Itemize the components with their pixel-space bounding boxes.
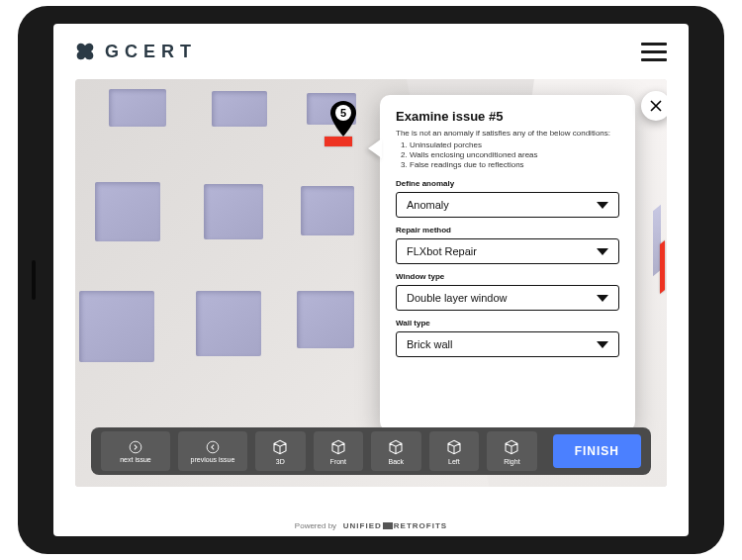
window: [109, 89, 166, 127]
window-type-select[interactable]: Double layer window: [396, 285, 619, 311]
tool-label: Front: [330, 458, 346, 465]
view-back-button[interactable]: Back: [371, 431, 421, 471]
window: [79, 291, 154, 362]
tool-label: Left: [448, 458, 460, 465]
previous-issue-button[interactable]: previous issue: [178, 431, 247, 471]
window: [297, 291, 354, 348]
window: [212, 91, 267, 127]
repair-method-select[interactable]: FLXbot Repair: [396, 238, 619, 264]
tool-label: Right: [504, 458, 519, 465]
condition-list: Uninsulated porches Walls enclosing unco…: [396, 140, 619, 169]
cube-icon: [387, 438, 405, 456]
chevron-down-icon: [597, 295, 608, 302]
select-value: FLXbot Repair: [407, 245, 477, 257]
field-label: Repair method: [396, 226, 619, 234]
field-label: Wall type: [396, 319, 619, 327]
screen: GCERT: [53, 24, 689, 536]
window: [95, 182, 160, 241]
chevron-right-circle-icon: [129, 440, 142, 454]
panel-intro: The is not an anomaly if satisfies any o…: [396, 128, 619, 139]
close-icon: [648, 98, 664, 114]
view-right-button[interactable]: Right: [487, 431, 537, 471]
tool-label: Back: [389, 458, 405, 465]
tool-label: next issue: [120, 456, 151, 463]
view-left-button[interactable]: Left: [429, 431, 480, 471]
tool-label: 3D: [276, 458, 285, 465]
footer-company2: RETROFITS: [394, 521, 447, 530]
menu-button[interactable]: [641, 43, 667, 61]
window: [204, 184, 263, 239]
brand-name: GCERT: [105, 42, 197, 62]
chevron-down-icon: [597, 248, 608, 255]
svg-point-3: [207, 441, 219, 453]
tablet-frame: GCERT: [18, 6, 724, 554]
cube-icon: [271, 438, 289, 456]
panel-title: Examine issue #5: [396, 109, 619, 124]
wall-type-select[interactable]: Brick wall: [396, 331, 619, 357]
window: [301, 186, 354, 235]
anomaly-marker-side: [660, 240, 665, 294]
view-3d-button[interactable]: 3D: [255, 431, 306, 471]
chevron-down-icon: [597, 341, 608, 348]
anomaly-marker: [325, 137, 352, 146]
condition-item: False readings due to reflections: [410, 160, 619, 169]
issue-pin[interactable]: 5: [330, 101, 356, 137]
viewport-toolbar: next issue previous issue 3D Front Back: [91, 427, 651, 475]
select-value: Anomaly: [407, 199, 449, 211]
anomaly-select[interactable]: Anomaly: [396, 192, 619, 218]
cube-icon: [329, 438, 347, 456]
cube-icon: [503, 438, 520, 456]
condition-item: Uninsulated porches: [410, 140, 619, 149]
footer-company: UNIFIED: [343, 521, 382, 530]
cube-icon: [445, 438, 463, 456]
window: [196, 291, 261, 356]
svg-point-2: [130, 441, 141, 453]
app-header: GCERT: [53, 24, 689, 79]
hamburger-icon: [641, 43, 667, 46]
chevron-left-circle-icon: [206, 440, 220, 454]
finish-button[interactable]: FINISH: [553, 434, 641, 468]
next-issue-button[interactable]: next issue: [101, 431, 170, 471]
footer-logo-icon: [383, 522, 393, 529]
close-button[interactable]: [641, 91, 667, 121]
svg-text:5: 5: [340, 107, 346, 119]
brand: GCERT: [75, 42, 197, 62]
select-value: Double layer window: [407, 292, 508, 304]
footer: Powered by UNIFIEDRETROFITS: [53, 521, 689, 530]
footer-prefix: Powered by: [295, 521, 336, 530]
condition-item: Walls enclosing unconditioned areas: [410, 150, 619, 159]
select-value: Brick wall: [407, 338, 452, 350]
field-label: Window type: [396, 272, 619, 281]
brand-logo-icon: [75, 42, 95, 61]
field-label: Define anomaly: [396, 179, 619, 188]
issue-panel: Examine issue #5 The is not an anomaly i…: [380, 95, 635, 431]
view-front-button[interactable]: Front: [314, 431, 364, 471]
map-pin-icon: 5: [330, 101, 356, 137]
tool-label: previous issue: [191, 456, 235, 463]
chevron-down-icon: [597, 202, 608, 209]
model-viewport[interactable]: 5 Examine issue #5 The is not an anomaly…: [75, 79, 667, 487]
panel-pointer-icon: [368, 139, 382, 158]
